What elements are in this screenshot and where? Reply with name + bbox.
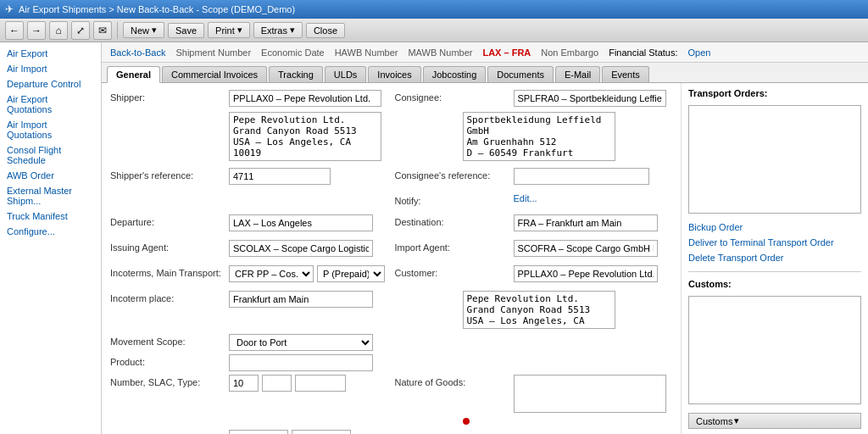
sidebar-item-air-import-quotations[interactable]: Air Import Quotations: [0, 117, 101, 142]
consignee-label: Consignee:: [395, 90, 514, 103]
tab-general[interactable]: General: [107, 66, 160, 83]
destination-label: Destination:: [395, 214, 514, 227]
red-dot-indicator: [463, 418, 470, 425]
toolbar-separator: [117, 22, 118, 39]
tab-events[interactable]: Events: [602, 66, 649, 82]
back-button[interactable]: ←: [5, 21, 24, 40]
sidebar-item-awb-order[interactable]: AWB Order: [0, 168, 101, 183]
sidebar-item-air-import[interactable]: Air Import: [0, 61, 101, 76]
import-agent-label: Import Agent:: [395, 240, 514, 253]
close-button[interactable]: Close: [306, 23, 345, 38]
right-panel: Transport Orders: Bickup Order Deliver t…: [682, 83, 868, 434]
gross-weight-input[interactable]: [229, 430, 288, 434]
transport-orders-title: Transport Orders:: [688, 88, 861, 98]
sidebar-item-departure-control[interactable]: Departure Control: [0, 76, 101, 92]
customer-label: Customer:: [395, 265, 514, 278]
sidebar-item-truck-manifest[interactable]: Truck Manifest: [0, 209, 101, 224]
header-bar: Back-to-Back Shipment Number Economic Da…: [102, 42, 868, 63]
non-embargo-label: Non Embargo: [541, 47, 598, 58]
deliver-terminal-link[interactable]: Deliver to Terminal Transport Order: [688, 237, 861, 248]
back-to-back-link[interactable]: Back-to-Back: [110, 47, 165, 58]
transport-orders-box: [688, 105, 861, 214]
forward-button[interactable]: →: [27, 21, 46, 40]
customs-button[interactable]: Customs ▾: [688, 413, 861, 429]
customer-code-input[interactable]: [514, 265, 658, 282]
share-button[interactable]: ✉: [93, 21, 112, 40]
toolbar: ← → ⌂ ⤢ ✉ New ▾ Save Print ▾ Extras ▾ Cl…: [0, 19, 868, 42]
sidebar-item-configure[interactable]: Configure...: [0, 224, 101, 239]
form-left: Shipper: Pepe Revolution Ltd. Grand Cany…: [102, 83, 682, 434]
save-button[interactable]: Save: [168, 23, 204, 38]
incoterms-select[interactable]: CFR PP – Cos...: [229, 265, 314, 282]
type-input[interactable]: [295, 375, 346, 392]
departure-label: Departure:: [110, 214, 229, 227]
number-slac-label: Number, SLAC, Type:: [110, 375, 229, 387]
customs-box: [688, 296, 861, 404]
tab-jobcosting[interactable]: Jobcosting: [423, 66, 487, 82]
product-label: Product:: [110, 354, 229, 367]
extras-button[interactable]: Extras ▾: [253, 22, 303, 38]
movement-scope-label: Movement Scope:: [110, 334, 229, 347]
incoterms-label: Incoterms, Main Transport:: [110, 265, 229, 278]
print-button[interactable]: Print ▾: [208, 22, 250, 38]
route-label: LAX – FRA: [482, 47, 531, 58]
sidebar: Air Export Air Import Departure Control …: [0, 42, 102, 434]
movement-scope-select[interactable]: Door to Port: [229, 334, 373, 351]
shipper-address-input[interactable]: Pepe Revolution Ltd. Grand Canyon Road 5…: [229, 112, 381, 161]
consignee-address-input[interactable]: Sportbekleidung Leffield GmbH Am Gruenha…: [463, 112, 615, 161]
tabs-bar: General Commercial Invoices Tracking ULD…: [102, 63, 868, 83]
economic-date-label: Economic Date: [261, 47, 325, 58]
financial-status-label: Financial Status:: [609, 47, 677, 58]
issuing-agent-input[interactable]: [229, 240, 373, 257]
tab-email[interactable]: E-Mail: [555, 66, 600, 82]
right-separator: [688, 271, 861, 272]
shipper-label: Shipper:: [110, 90, 229, 103]
consignee-ref-input[interactable]: [514, 168, 649, 185]
main-container: Air Export Air Import Departure Control …: [0, 42, 868, 434]
volume-input[interactable]: [292, 430, 351, 434]
number-input[interactable]: [229, 375, 259, 392]
consignee-ref-label: Consignee's reference:: [395, 168, 514, 181]
slac-input[interactable]: [262, 375, 292, 392]
incoterm-place-label: Incoterm place:: [110, 291, 229, 303]
sidebar-item-air-export-quotations[interactable]: Air Export Quotations: [0, 92, 101, 117]
delete-transport-link[interactable]: Delete Transport Order: [688, 253, 861, 263]
tab-ulds[interactable]: ULDs: [325, 66, 367, 82]
notify-label: Notify:: [395, 193, 514, 206]
form-area: Shipper: Pepe Revolution Ltd. Grand Cany…: [102, 83, 868, 434]
shipper-ref-label: Shipper's reference:: [110, 168, 229, 181]
tab-tracking[interactable]: Tracking: [269, 66, 323, 82]
shipper-ref-input[interactable]: [229, 168, 331, 185]
hawb-number-label: HAWB Number: [335, 47, 398, 58]
incoterms-prepaid-select[interactable]: P (Prepaid): [317, 265, 385, 282]
financial-status-value: Open: [688, 47, 711, 58]
notify-edit-link[interactable]: Edit...: [514, 193, 537, 203]
mawb-number-label: MAWB Number: [408, 47, 472, 58]
customs-title: Customs:: [688, 279, 861, 289]
tab-commercial-invoices[interactable]: Commercial Invoices: [162, 66, 267, 82]
nature-of-goods-label: Nature of Goods:: [395, 375, 514, 387]
import-agent-input[interactable]: [514, 240, 658, 257]
nature-of-goods-input[interactable]: [514, 375, 666, 413]
product-input[interactable]: [229, 354, 373, 371]
departure-input[interactable]: [229, 214, 373, 231]
tab-documents[interactable]: Documents: [487, 66, 554, 82]
sidebar-item-consol-flight[interactable]: Consol Flight Schedule: [0, 142, 101, 168]
tab-invoices[interactable]: Invoices: [368, 66, 420, 82]
title-text: Air Export Shipments > New Back-to-Back …: [19, 4, 295, 14]
pickup-order-link[interactable]: Bickup Order: [688, 222, 861, 232]
issuing-agent-label: Issuing Agent:: [110, 240, 229, 253]
destination-input[interactable]: [514, 214, 658, 231]
shipment-number-label: Shipment Number: [175, 47, 251, 58]
home-button[interactable]: ⌂: [49, 21, 68, 40]
incoterm-place-input[interactable]: [229, 291, 373, 308]
content-area: Back-to-Back Shipment Number Economic Da…: [102, 42, 868, 434]
new-button[interactable]: New ▾: [123, 22, 164, 38]
sidebar-item-air-export[interactable]: Air Export: [0, 46, 101, 61]
gross-weight-label: Gross Weight, Volume:: [110, 430, 229, 434]
customer-address-input[interactable]: Pepe Revolution Ltd. Grand Canyon Road 5…: [463, 291, 615, 329]
sidebar-item-external-master[interactable]: External Master Shipm...: [0, 183, 101, 209]
shipper-code-input[interactable]: [229, 90, 381, 107]
consignee-code-input[interactable]: [514, 90, 666, 107]
expand-button[interactable]: ⤢: [71, 21, 90, 40]
